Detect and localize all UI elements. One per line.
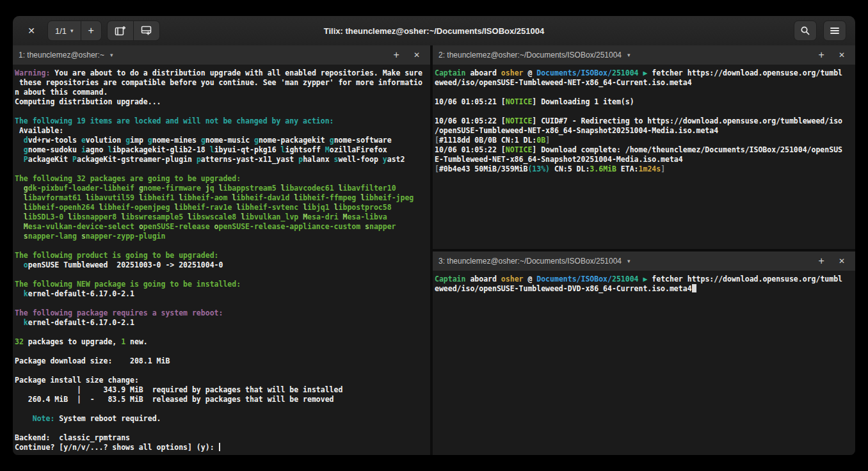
terminal-line: these repositories are compatible before… [15, 78, 430, 88]
terminal-line: Package install size change: [15, 376, 430, 385]
menu-button[interactable] [823, 20, 846, 41]
terminal-line: The following 19 items are locked and wi… [15, 116, 430, 126]
terminal-3-add-button[interactable]: + [819, 256, 824, 266]
terminal-line [15, 424, 430, 433]
terminal-line: The following package requires a system … [15, 308, 430, 318]
terminal-1-header[interactable]: 1: theunclemez@osher:~ ▾ + ✕ [13, 45, 430, 65]
terminal-line [15, 366, 430, 376]
terminal-line: [#0b4e43 50MiB/359MiB(13%) CN:5 DL:3.6Mi… [435, 164, 855, 174]
terminal-line: Package download size: 208.1 MiB [15, 356, 430, 366]
terminal-2-header[interactable]: 2: theunclemez@osher:~/Documents/ISOBox/… [433, 45, 855, 65]
add-terminal-down-button[interactable] [134, 21, 159, 40]
terminal-line: [#1118dd 0B/0B CN:1 DL:0B] [435, 136, 855, 145]
add-terminal-down-icon [141, 26, 152, 36]
search-icon [800, 26, 810, 36]
terminal-line: Continue? [y/n/v/...? shows all options]… [15, 443, 430, 452]
terminal-line: Captain aboard osher @ Documents/ISOBox/… [435, 68, 855, 78]
terminal-3-close-button[interactable]: ✕ [839, 257, 845, 265]
add-session-button[interactable]: + [81, 21, 101, 40]
page-indicator: 1/1 [55, 26, 67, 36]
terminal-line: The following NEW package is going to be… [15, 280, 430, 289]
terminal-line: /openSUSE-Tumbleweed-NET-x86_64-Snapshot… [435, 126, 855, 136]
terminal-line: The following 32 packages are going to b… [15, 174, 430, 184]
terminal-line: eweed/iso/openSUSE-Tumbleweed-NET-x86_64… [435, 78, 855, 88]
terminal-3-title: 3: theunclemez@osher:~/Documents/ISOBox/… [438, 257, 622, 266]
terminal-line: dvd+rw-tools evolution gimp gnome-mines … [15, 136, 430, 145]
terminal-line: gdk-pixbuf-loader-libheif gnome-firmware… [15, 184, 430, 193]
terminal-line: kernel-default-6.17.0-2.1 [15, 289, 430, 299]
terminal-1-close-button[interactable]: ✕ [414, 51, 420, 59]
terminal-line [435, 88, 855, 97]
terminal-line: snapper-lang snapper-zypp-plugin [15, 232, 430, 241]
terminal-line [15, 241, 430, 251]
terminal-line [15, 299, 430, 308]
search-button[interactable] [794, 20, 817, 41]
terminal-line: PackageKit PackageKit-gstreamer-plugin p… [15, 155, 430, 164]
add-terminal-right-icon [115, 26, 126, 36]
terminal-line: Warning: You are about to do a distribut… [15, 68, 430, 78]
terminal-line: The following product is going to be upg… [15, 251, 430, 260]
chevron-down-icon[interactable]: ▾ [110, 52, 113, 58]
text-cursor-block [692, 284, 696, 292]
tilix-window: ✕ 1/1 ▾ + [13, 16, 855, 455]
terminal-line: Backend: classic_rpmtrans [15, 433, 430, 443]
session-area: 1: theunclemez@osher:~ ▾ + ✕ Warning: Yo… [13, 45, 855, 455]
chevron-down-icon[interactable]: ▾ [627, 52, 631, 58]
terminal-1-add-button[interactable]: + [394, 50, 399, 60]
terminal-line [15, 404, 430, 414]
terminal-2-title: 2: theunclemez@osher:~/Documents/ISOBox/… [438, 51, 622, 60]
terminal-line: E-Tumbleweed-NET-x86_64-Snapshot20251004… [435, 155, 855, 164]
terminal-1-title: 1: theunclemez@osher:~ [19, 51, 104, 60]
chevron-down-icon[interactable]: ▾ [627, 258, 631, 264]
terminal-line: 32 packages to upgrade, 1 new. [15, 337, 430, 347]
terminal-pane-3: 3: theunclemez@osher:~/Documents/ISOBox/… [433, 251, 855, 455]
window-close-button[interactable]: ✕ [20, 21, 42, 40]
terminal-line: Note: System reboot required. [15, 414, 430, 424]
terminal-line [15, 164, 430, 174]
plus-icon: + [88, 25, 94, 36]
chevron-down-icon: ▾ [70, 28, 74, 34]
add-terminal-right-button[interactable] [108, 21, 134, 40]
session-controls: 1/1 ▾ + [47, 20, 102, 41]
menu-icon [830, 27, 839, 35]
headerbar[interactable]: ✕ 1/1 ▾ + [13, 16, 855, 46]
terminal-line: kernel-default-6.17.0-2.1 [15, 318, 430, 328]
terminal-pane-2: 2: theunclemez@osher:~/Documents/ISOBox/… [433, 45, 855, 249]
terminal-pane-1: 1: theunclemez@osher:~ ▾ + ✕ Warning: Yo… [13, 45, 430, 455]
close-icon: ✕ [28, 26, 35, 36]
terminal-2-add-button[interactable]: + [819, 50, 824, 60]
terminal-line [15, 328, 430, 337]
terminal-line: n about this command. [15, 88, 430, 97]
terminal-line [15, 270, 430, 280]
terminal-2-close-button[interactable]: ✕ [839, 51, 845, 59]
terminal-line: | 343.9 MiB required by packages that wi… [15, 385, 430, 395]
terminal-line: openSUSE Tumbleweed 20251003-0 -> 202510… [15, 260, 430, 270]
terminal-3-screen[interactable]: Captain aboard osher @ Documents/ISOBox/… [433, 271, 855, 455]
terminal-line: 260.4 MiB | - 83.5 MiB released by packa… [15, 395, 430, 404]
terminal-line [15, 107, 430, 116]
split-controls [107, 20, 160, 41]
text-cursor-bar [219, 443, 220, 451]
terminal-line: 10/06 01:05:22 [NOTICE] Download complet… [435, 145, 855, 155]
terminal-line: Computing distribution upgrade... [15, 97, 430, 107]
terminal-line: 10/06 01:05:22 [NOTICE] CUID#7 - Redirec… [435, 116, 855, 126]
terminal-line [15, 347, 430, 356]
terminal-line: 10/06 01:05:21 [NOTICE] Downloading 1 it… [435, 97, 855, 107]
terminal-3-header[interactable]: 3: theunclemez@osher:~/Documents/ISOBox/… [433, 251, 855, 271]
terminal-line: Available: [15, 126, 430, 136]
terminal-line: libavformat61 libavutil59 libheif1 libhe… [15, 193, 430, 203]
terminal-1-screen[interactable]: Warning: You are about to do a distribut… [13, 65, 430, 455]
terminal-line: libSDL3-0 libsnapper8 libswresample5 lib… [15, 212, 430, 222]
session-selector-button[interactable]: 1/1 ▾ [48, 21, 81, 40]
terminal-line: libheif-openh264 libheif-openjpeg libhei… [15, 203, 430, 212]
terminal-2-screen[interactable]: Captain aboard osher @ Documents/ISOBox/… [433, 65, 855, 249]
terminal-line: eweed/iso/openSUSE-Tumbleweed-DVD-x86_64… [435, 284, 855, 294]
terminal-line: Captain aboard osher @ Documents/ISOBox/… [435, 275, 855, 284]
terminal-line: gnome-sudoku iagno libpackagekit-glib2-1… [15, 145, 430, 155]
terminal-line: Mesa-vulkan-device-select openSUSE-relea… [15, 222, 430, 232]
terminal-line [435, 107, 855, 116]
